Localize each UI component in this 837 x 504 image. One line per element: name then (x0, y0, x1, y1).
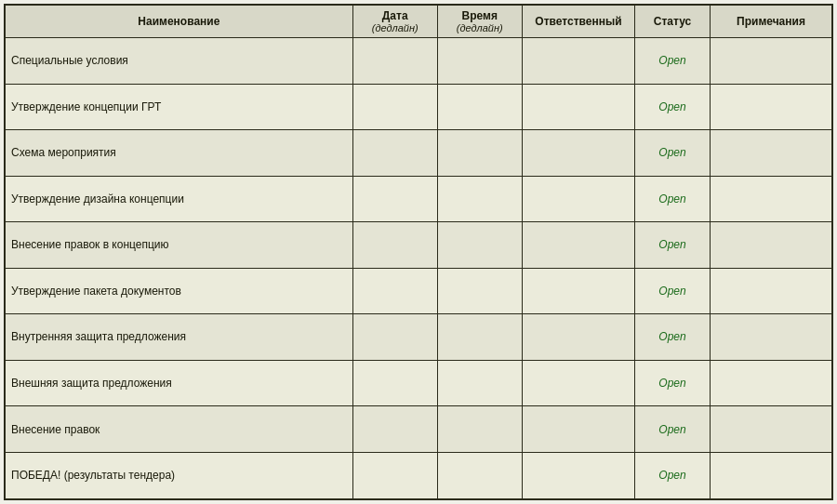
cell-time (437, 268, 522, 314)
cell-time (437, 130, 522, 177)
cell-name: Внутренняя защита предложения (5, 314, 352, 361)
cell-time (437, 38, 522, 85)
cell-time (437, 222, 522, 269)
cell-notes (711, 314, 833, 361)
table-row: Внешняя защита предложенияOpen (5, 360, 832, 406)
cell-notes (711, 176, 833, 222)
cell-date (352, 84, 437, 130)
cell-status: Open (635, 130, 711, 177)
table-row: Внутренняя защита предложенияOpen (5, 314, 832, 361)
cell-name: Внешняя защита предложения (5, 360, 352, 406)
col-header-notes: Примечания (711, 5, 833, 38)
cell-notes (711, 268, 833, 314)
cell-responsible (522, 38, 634, 85)
col-header-responsible: Ответственный (522, 5, 634, 38)
col-header-status: Статус (635, 5, 711, 38)
cell-name: Внесение правок в концепцию (5, 222, 352, 269)
cell-status: Open (635, 360, 711, 406)
cell-date (352, 406, 437, 453)
table-row: Специальные условияOpen (5, 38, 832, 85)
cell-date (352, 314, 437, 361)
col-header-name: Наименование (5, 5, 352, 38)
header-row: Наименование Дата (дедлайн) Время (дедла… (5, 5, 832, 38)
cell-responsible (522, 222, 634, 269)
cell-responsible (522, 84, 634, 130)
cell-status: Open (635, 452, 711, 499)
cell-status: Open (635, 314, 711, 361)
cell-name: Внесение правок (5, 406, 352, 453)
cell-notes (711, 130, 833, 177)
cell-notes (711, 38, 833, 85)
cell-name: Специальные условия (5, 38, 352, 85)
cell-time (437, 360, 522, 406)
col-header-date: Дата (дедлайн) (352, 5, 437, 38)
cell-date (352, 360, 437, 406)
cell-time (437, 406, 522, 453)
cell-notes (711, 84, 833, 130)
main-container: Наименование Дата (дедлайн) Время (дедла… (0, 0, 837, 504)
cell-responsible (522, 360, 634, 406)
cell-time (437, 84, 522, 130)
table-row: Утверждение дизайна концепцииOpen (5, 176, 832, 222)
table-row: Утверждение пакета документовOpen (5, 268, 832, 314)
cell-date (352, 38, 437, 85)
cell-name: ПОБЕДА! (результаты тендера) (5, 452, 352, 499)
cell-responsible (522, 176, 634, 222)
cell-notes (711, 360, 833, 406)
cell-name: Утверждение дизайна концепции (5, 176, 352, 222)
cell-responsible (522, 406, 634, 453)
table-row: ПОБЕДА! (результаты тендера)Open (5, 452, 832, 499)
col-header-time: Время (дедлайн) (437, 5, 522, 38)
cell-date (352, 268, 437, 314)
cell-notes (711, 222, 833, 269)
cell-time (437, 452, 522, 499)
cell-name: Схема мероприятия (5, 130, 352, 177)
cell-responsible (522, 452, 634, 499)
cell-name: Утверждение концепции ГРТ (5, 84, 352, 130)
cell-date (352, 130, 437, 177)
table-row: Схема мероприятияOpen (5, 130, 832, 177)
cell-status: Open (635, 406, 711, 453)
cell-name: Утверждение пакета документов (5, 268, 352, 314)
cell-date (352, 222, 437, 269)
cell-responsible (522, 314, 634, 361)
cell-status: Open (635, 176, 711, 222)
cell-status: Open (635, 268, 711, 314)
task-table: Наименование Дата (дедлайн) Время (дедла… (4, 4, 833, 500)
cell-notes (711, 452, 833, 499)
cell-responsible (522, 268, 634, 314)
cell-date (352, 452, 437, 499)
cell-status: Open (635, 84, 711, 130)
cell-status: Open (635, 38, 711, 85)
table-row: Внесение правокOpen (5, 406, 832, 453)
cell-responsible (522, 130, 634, 177)
cell-date (352, 176, 437, 222)
table-row: Внесение правок в концепциюOpen (5, 222, 832, 269)
cell-status: Open (635, 222, 711, 269)
cell-time (437, 314, 522, 361)
table-row: Утверждение концепции ГРТOpen (5, 84, 832, 130)
cell-time (437, 176, 522, 222)
cell-notes (711, 406, 833, 453)
